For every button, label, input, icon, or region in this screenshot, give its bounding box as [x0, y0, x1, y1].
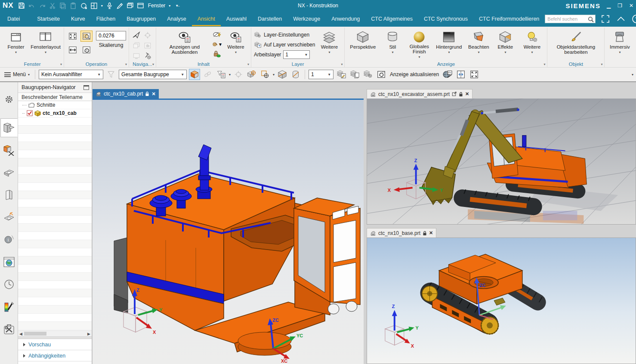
layer-settings-button[interactable]: [362, 69, 374, 80]
move-to-layer-button[interactable]: Auf Layer verschieben: [254, 40, 315, 49]
layer-copy-button[interactable]: [349, 69, 360, 80]
tab-ctc-freiformmodellieren[interactable]: CTC Freiformmodellieren: [473, 12, 545, 26]
inhalt-weitere-button[interactable]: Weitere▾: [223, 29, 248, 60]
layer-settings-button[interactable]: Layer-Einstellungen: [254, 31, 315, 39]
part-navigator-icon[interactable]: [1, 163, 17, 182]
fensterlayout-button[interactable]: Fensterlayout▾: [30, 29, 61, 60]
tab-baugruppen[interactable]: Baugruppen: [121, 12, 161, 26]
cut-icon[interactable]: [49, 2, 56, 9]
navigator-column-header[interactable]: Beschreibender Teilename: [18, 93, 92, 101]
filter-reset-icon[interactable]: [105, 69, 117, 80]
tab-ctc-synchronous[interactable]: CTC Synchronous: [418, 12, 473, 26]
undock-panel-icon[interactable]: [83, 85, 89, 90]
reuse-library-icon[interactable]: [1, 185, 17, 204]
roles-toolbox-icon[interactable]: [1, 320, 17, 339]
close-tab-icon[interactable]: ✕: [465, 91, 469, 97]
swap-views-button[interactable]: [455, 69, 466, 80]
command-search[interactable]: [545, 15, 596, 23]
save-icon[interactable]: [18, 2, 25, 9]
fullscreen-icon[interactable]: [600, 14, 611, 24]
tab-anwendung[interactable]: Anwendung: [326, 12, 365, 26]
tab-ansicht[interactable]: Ansicht: [192, 12, 221, 26]
edit-section-icon[interactable]: ▾: [212, 40, 222, 49]
minimize-button[interactable]: ▁: [607, 3, 611, 9]
work-layer-dropdown[interactable]: 1▼: [283, 50, 310, 59]
rotate-view-button[interactable]: [80, 44, 93, 56]
lock-display-icon[interactable]: [212, 49, 222, 58]
navigator-hscrollbar[interactable]: ◀ ▶: [18, 330, 92, 336]
stil-button[interactable]: Stil▾: [380, 29, 405, 60]
touch-mode-icon[interactable]: [116, 2, 123, 9]
tree-row-ctc-nx10-cab[interactable]: ctc_nx10_cab: [18, 109, 92, 117]
objektdarstellung-button[interactable]: Objektdarstellung bearbeiten: [550, 29, 602, 60]
effekte-button[interactable]: Effekte▾: [493, 29, 518, 60]
navigate-target-icon[interactable]: [143, 31, 152, 40]
scroll-right-arrow[interactable]: ▶: [87, 332, 90, 336]
close-button[interactable]: ✕: [629, 3, 633, 9]
selection-dialog-button[interactable]: [216, 69, 227, 80]
redo-icon[interactable]: [39, 2, 46, 9]
hide-immediately-icon[interactable]: [212, 31, 222, 39]
perspektive-button[interactable]: Perspektive: [347, 29, 378, 60]
tab-flaechen[interactable]: Flächen: [91, 12, 121, 26]
snap-point-button[interactable]: [233, 69, 244, 80]
tab-werkzeuge[interactable]: Werkzeuge: [287, 12, 326, 26]
preview-section-header[interactable]: Vorschau: [18, 339, 92, 350]
assembly-navigator-icon[interactable]: [0, 118, 18, 137]
refresh-display-button[interactable]: [376, 69, 387, 80]
viewport-assembly[interactable]: Z X Y: [367, 99, 636, 225]
selection-dialog-caret[interactable]: ▾: [229, 73, 231, 77]
resource-bar-options-icon[interactable]: [1, 90, 17, 109]
view-triad[interactable]: Z Y X: [385, 304, 419, 349]
viewport-tab-base[interactable]: ctc_nx10_base.prt ✕: [367, 228, 436, 238]
viewport-tab-assembly[interactable]: ctc_nx10_excavator_assem.prt ✕: [367, 89, 472, 99]
anzeige-weitere-button[interactable]: Weitere▾: [519, 29, 544, 60]
close-tab-icon[interactable]: ✕: [429, 230, 433, 236]
global-parameters-button[interactable]: P=: [442, 69, 453, 80]
history-icon[interactable]: [1, 275, 17, 294]
view-layer-dropdown[interactable]: 1▼: [309, 70, 333, 79]
fit-view-button[interactable]: [67, 31, 79, 42]
screen-icon[interactable]: [132, 52, 141, 60]
selection-filter-dropdown[interactable]: Kein Auswahlfilter▼: [39, 70, 103, 79]
selection-scope-dropdown[interactable]: Gesamte Baugruppe▼: [119, 70, 187, 79]
viewport-cab[interactable]: Z Y X ZC YC: [93, 99, 364, 364]
chain-select-button[interactable]: [202, 69, 213, 80]
cascade-view-icon[interactable]: [132, 41, 141, 50]
viewport-tab-cab[interactable]: ctc_nx10_cab.prt ✕: [93, 89, 159, 99]
walk-settings-icon[interactable]: [143, 52, 152, 60]
copy-icon[interactable]: [59, 2, 67, 9]
layer-weitere-button[interactable]: Weitere▾: [317, 29, 342, 60]
tree-row-schnitte[interactable]: Schnitte: [18, 101, 92, 109]
half-section-button[interactable]: [277, 69, 288, 80]
close-tab-icon[interactable]: ✕: [151, 91, 155, 97]
window-menu-caret[interactable]: ▾: [169, 4, 170, 8]
hand-pan-icon[interactable]: [143, 41, 152, 50]
tab-ctc-allgemeines[interactable]: CTC Allgemeines: [365, 12, 418, 26]
help-icon[interactable]: ?: [631, 14, 636, 24]
immersiv-button[interactable]: Immersiv▾: [607, 29, 632, 60]
checkbox-checked[interactable]: [27, 110, 33, 116]
tab-auswahl[interactable]: Auswahl: [221, 12, 252, 26]
plane-target-button[interactable]: [259, 69, 271, 80]
globales-finish-button[interactable]: Globales Finish▾: [407, 29, 432, 60]
hintergrund-button[interactable]: Hintergrund▾: [433, 29, 464, 60]
show-hide-button[interactable]: Anzeigen und Ausblenden: [159, 29, 210, 60]
constraints-navigator-icon[interactable]: [1, 141, 17, 160]
minimize-ribbon-icon[interactable]: [615, 14, 627, 24]
qat-customize-caret[interactable]: ▼̶: [175, 4, 179, 8]
refresh-display-label[interactable]: Anzeige aktualisieren: [390, 71, 439, 77]
zoom-button[interactable]: [80, 31, 93, 42]
toolbar-overflow-caret[interactable]: ▾: [632, 73, 633, 77]
section-cylinder-button[interactable]: [290, 69, 301, 80]
undo-icon[interactable]: [28, 2, 36, 9]
plane-target-caret[interactable]: ▾: [273, 73, 275, 77]
window-icon[interactable]: [137, 2, 144, 9]
microphone-icon[interactable]: [106, 2, 113, 9]
window-layout-caret[interactable]: ▾: [101, 4, 103, 8]
touch-info-icon[interactable]: i: [1, 230, 17, 249]
window-menu-label[interactable]: Fenster: [148, 3, 166, 9]
tab-darstellen[interactable]: Darstellen: [252, 12, 287, 26]
fenster-button[interactable]: Fenster▾: [3, 29, 28, 60]
menu-button[interactable]: Menü▾: [3, 71, 31, 77]
